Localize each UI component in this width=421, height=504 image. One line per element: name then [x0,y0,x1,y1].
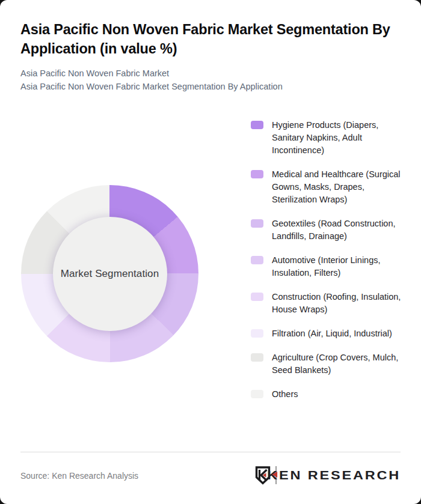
legend-swatch [251,121,263,129]
legend-item: Agriculture (Crop Covers, Mulch, Seed Bl… [251,351,402,377]
subtitle-block: Asia Pacific Non Woven Fabric Market Asi… [20,67,381,93]
subtitle-line-1: Asia Pacific Non Woven Fabric Market [20,67,381,80]
legend-label: Construction (Roofing, Insulation, House… [272,291,402,316]
logo-text: KEN RESEARCH [267,468,401,482]
legend-swatch [251,256,263,264]
legend-label: Filtration (Air, Liquid, Industrial) [272,327,402,340]
legend-label: Automotive (Interior Linings, Insulation… [272,254,402,279]
legend-item: Geotextiles (Road Construction, Landfill… [251,217,402,243]
legend-swatch [251,170,263,178]
legend-swatch [251,390,263,398]
legend-label: Geotextiles (Road Construction, Landfill… [272,217,402,243]
legend-item: Medical and Healthcare (Surgical Gowns, … [251,168,402,206]
chart-legend: Hygiene Products (Diapers, Sanitary Napk… [251,119,402,401]
legend-item: Filtration (Air, Liquid, Industrial) [251,327,402,340]
legend-label: Others [272,388,402,401]
legend-label: Hygiene Products (Diapers, Sanitary Napk… [272,119,402,157]
subtitle-line-2: Asia Pacific Non Woven Fabric Market Seg… [20,80,381,94]
ken-research-logo: KEN RESEARCH [255,463,401,488]
footer-divider [20,452,401,452]
legend-swatch [251,293,263,301]
donut-chart: Market Segmentation [21,185,198,362]
logo-wordmark: KEN RESEARCH [267,468,401,482]
donut-center: Market Segmentation [53,217,167,331]
legend-item: Automotive (Interior Linings, Insulation… [251,254,402,279]
logo-k-accent-icon [272,472,277,478]
source-note: Source: Ken Research Analysis [20,471,138,481]
page-title: Asia Pacific Non Woven Fabric Market Seg… [20,20,402,58]
legend-label: Medical and Healthcare (Surgical Gowns, … [272,168,402,206]
legend-item: Others [251,388,402,401]
legend-label: Agriculture (Crop Covers, Mulch, Seed Bl… [272,351,402,377]
legend-item: Hygiene Products (Diapers, Sanitary Napk… [251,119,402,157]
donut-center-label: Market Segmentation [61,268,159,280]
report-card: Asia Pacific Non Woven Fabric Market Seg… [0,0,421,504]
legend-item: Construction (Roofing, Insulation, House… [251,291,402,316]
legend-swatch [251,353,263,362]
legend-swatch [251,219,263,228]
legend-swatch [251,329,263,338]
